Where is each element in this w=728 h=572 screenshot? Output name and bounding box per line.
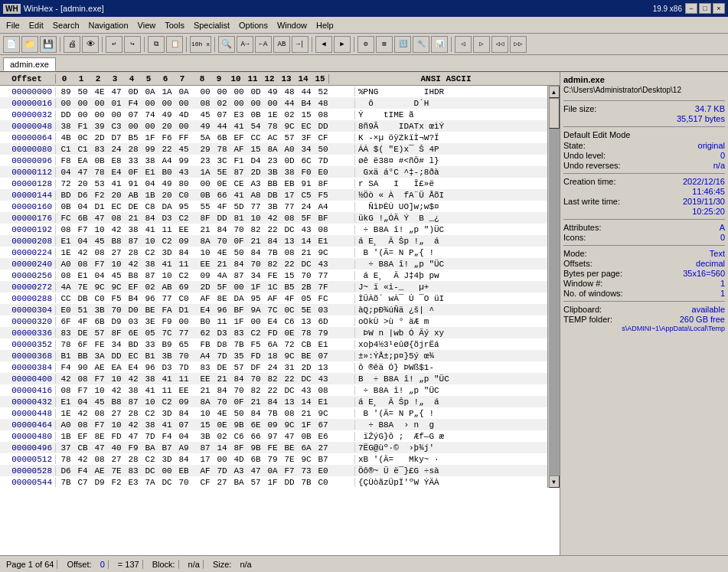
hex-byte[interactable]: 62 (197, 328, 214, 338)
hex-byte[interactable]: 10 (142, 397, 158, 407)
hex-byte[interactable]: 28 (125, 145, 142, 154)
hex-byte[interactable]: 3D (158, 248, 175, 257)
hex-byte[interactable]: D6 (74, 191, 91, 200)
hex-byte[interactable]: C2 (142, 409, 158, 418)
hex-byte[interactable]: E4 (108, 168, 125, 177)
hex-byte[interactable]: 08 (57, 225, 74, 234)
search-button[interactable]: 🔍 (218, 36, 235, 53)
hex-byte[interactable]: 9C (281, 420, 298, 430)
hex-byte[interactable]: AC (264, 133, 281, 142)
hex-byte[interactable]: 08 (315, 225, 331, 234)
hex-byte[interactable]: B0 (158, 168, 175, 177)
scrollbar[interactable]: ▲ ▼ (547, 86, 560, 488)
hex-byte[interactable]: 8F (230, 443, 247, 453)
hex-byte[interactable]: D3 (158, 214, 175, 223)
hex-byte[interactable]: 00 (158, 466, 175, 476)
hex-byte[interactable]: 11 (158, 225, 175, 234)
close-button[interactable]: × (713, 3, 725, 14)
hex-byte[interactable]: 38 (142, 374, 158, 384)
table-row[interactable]: 00000080 C1C1832428992245 2978AF158AA034… (0, 143, 547, 155)
hex-byte[interactable]: 10 (91, 225, 108, 234)
hex-byte[interactable]: EC (298, 122, 315, 131)
hex-byte[interactable]: E1 (142, 168, 158, 177)
hex-byte[interactable]: AE (91, 363, 108, 372)
hex-byte[interactable]: 5E (214, 168, 230, 177)
hex-byte[interactable]: 24 (264, 363, 281, 372)
hex-byte[interactable]: A8 (247, 191, 264, 200)
hex-byte[interactable]: 9A (247, 306, 264, 315)
hex-byte[interactable]: 8F (197, 214, 214, 223)
hex-byte[interactable]: D9 (91, 478, 108, 487)
hex-byte[interactable]: 84 (214, 386, 230, 395)
hex-byte[interactable]: 6D (315, 317, 331, 326)
hex-byte[interactable]: B7 (315, 455, 331, 464)
hex-byte[interactable]: 15 (197, 420, 214, 430)
hex-byte[interactable]: 49 (264, 87, 281, 96)
hex-byte[interactable]: 4F (74, 317, 91, 326)
hex-byte[interactable]: 21 (197, 225, 214, 234)
hex-byte[interactable]: E0 (57, 306, 74, 315)
hex-byte[interactable]: 00 (247, 99, 264, 108)
hex-byte[interactable]: A3 (230, 466, 247, 476)
hex-byte[interactable]: 84 (247, 248, 264, 257)
table-row[interactable]: 00000368 B1BB3ADDECB13B70 A47D35FD189CBE… (0, 350, 547, 361)
hex-byte[interactable]: 70 (298, 271, 315, 280)
goto-button[interactable]: →| (292, 36, 309, 53)
hex-byte[interactable]: 08 (315, 110, 331, 119)
hex-byte[interactable]: 08 (74, 260, 91, 269)
hex-byte[interactable]: 10 (108, 374, 125, 384)
hex-byte[interactable]: 50 (230, 248, 247, 257)
hex-byte[interactable]: 4B (57, 133, 74, 142)
hex-byte[interactable]: DD (108, 351, 125, 361)
table-row[interactable]: 00000016 00000001F4000000 080200000044B4… (0, 97, 547, 109)
hex-byte[interactable]: F8 (57, 156, 74, 165)
hex-byte[interactable]: 1F (264, 478, 281, 487)
hex-byte[interactable]: FE (264, 271, 281, 280)
hex-byte[interactable]: 7C (158, 328, 175, 338)
hex-byte[interactable]: 10 (142, 237, 158, 246)
table-row[interactable]: 00000480 1BEF8EFD477DF404 3B02C66697470B… (0, 430, 547, 442)
hex-byte[interactable]: D9 (108, 317, 125, 326)
hex-byte[interactable]: 09 (175, 237, 192, 246)
hex-byte[interactable]: 0B (247, 110, 264, 119)
hex-byte[interactable]: 13 (298, 317, 315, 326)
hex-byte[interactable]: C6 (230, 432, 247, 441)
hex-byte[interactable]: 41 (158, 260, 175, 269)
tools-btn1[interactable]: ⚙ (357, 36, 374, 53)
hex-byte[interactable]: E1 (57, 237, 74, 246)
hex-byte[interactable]: 83 (197, 363, 214, 372)
hex-byte[interactable]: 20 (158, 122, 175, 131)
hex-byte[interactable]: 0B (298, 432, 315, 441)
hex-byte[interactable]: E1 (315, 397, 331, 407)
hex-byte[interactable]: 0B (57, 202, 74, 211)
hex-byte[interactable]: 6B (74, 214, 91, 223)
hex-byte[interactable]: B1 (57, 351, 74, 361)
hex-byte[interactable]: 3B (158, 351, 175, 361)
hex-byte[interactable]: 45 (91, 397, 108, 407)
hex-byte[interactable]: 79 (264, 455, 281, 464)
hex-byte[interactable]: 09 (175, 397, 192, 407)
hex-byte[interactable]: 0B (91, 156, 108, 165)
hex-byte[interactable]: 1F (247, 283, 264, 292)
hex-byte[interactable]: E8 (108, 156, 125, 165)
hex-byte[interactable]: C2 (175, 214, 192, 223)
hex-byte[interactable]: FA (158, 306, 175, 315)
hex-byte[interactable]: 33 (142, 340, 158, 349)
scroll-down-button[interactable]: ▼ (549, 476, 560, 488)
hex-byte[interactable]: 38 (142, 156, 158, 165)
hex-byte[interactable]: 38 (142, 260, 158, 269)
hex-byte[interactable]: 17 (197, 455, 214, 464)
hex-byte[interactable]: 01 (108, 99, 125, 108)
hex-byte[interactable]: 82 (264, 374, 281, 384)
table-row[interactable]: 00000336 83DE578F6E057C77 62D383C2FD0E78… (0, 327, 547, 338)
hex-byte[interactable]: C0 (175, 191, 192, 200)
hex-byte[interactable]: 83 (91, 145, 108, 154)
hex-byte[interactable]: DF (247, 363, 264, 372)
hex-byte[interactable]: 21 (197, 386, 214, 395)
hex-byte[interactable]: C2 (175, 271, 192, 280)
hex-byte[interactable]: 49 (197, 122, 214, 131)
hex-byte[interactable]: 08 (91, 248, 108, 257)
table-row[interactable]: 00000064 4B0C2DD7B51FF6FF 5A6BEFCCAC573F… (0, 132, 547, 143)
hex-byte[interactable]: A4 (158, 156, 175, 165)
hex-byte[interactable]: 08 (281, 214, 298, 223)
